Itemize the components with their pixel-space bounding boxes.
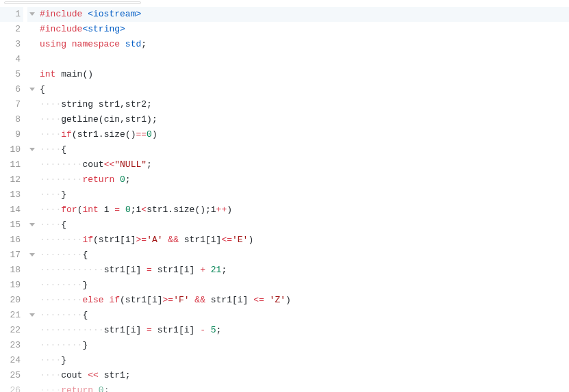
line-number[interactable]: 24: [0, 353, 23, 368]
code-token: str1: [211, 295, 232, 305]
code-token: ,: [120, 99, 125, 109]
code-line[interactable]: ····if(str1.size()==0): [40, 127, 569, 142]
chevron-down-icon: [29, 12, 35, 16]
line-number[interactable]: 14: [0, 202, 23, 218]
fold-toggle[interactable]: [27, 7, 37, 22]
line-number[interactable]: 5: [0, 67, 23, 82]
code-line[interactable]: #include <iostream>: [37, 7, 569, 22]
fold-gutter[interactable]: [27, 7, 37, 392]
line-number[interactable]: 13: [0, 187, 23, 202]
fold-gutter-blank: [27, 323, 37, 338]
indent-guide: ····: [40, 250, 61, 260]
fold-gutter-blank: [27, 368, 37, 383]
toolbar-placeholder: [4, 1, 141, 4]
line-number[interactable]: 21: [0, 308, 23, 323]
line-number[interactable]: 26: [0, 383, 23, 392]
line-number[interactable]: 11: [0, 157, 23, 172]
code-line[interactable]: ····string str1,str2;: [40, 97, 569, 112]
code-token: str1: [184, 235, 205, 245]
fold-gutter-blank: [27, 353, 37, 368]
line-number[interactable]: 6: [0, 82, 23, 97]
code-token: }: [82, 340, 88, 350]
fold-gutter-blank: [27, 22, 37, 37]
code-line[interactable]: ····{: [40, 218, 569, 233]
fold-gutter-blank: [27, 278, 37, 293]
code-line[interactable]: ····{: [40, 142, 569, 157]
line-number[interactable]: 25: [0, 368, 23, 383]
code-token: getline: [61, 114, 99, 125]
code-token: i: [211, 235, 216, 245]
line-number[interactable]: 2: [0, 22, 23, 37]
fold-toggle[interactable]: [27, 218, 37, 233]
line-number[interactable]: 4: [0, 52, 23, 67]
code-token: 21: [211, 265, 222, 275]
indent-guide: ····: [40, 295, 61, 305]
code-editor[interactable]: 1234567891011121314151617181920212223242…: [0, 7, 569, 392]
line-number-gutter[interactable]: 1234567891011121314151617181920212223242…: [0, 7, 27, 392]
line-number[interactable]: 12: [0, 172, 23, 187]
indent-guide: ····: [40, 280, 61, 290]
fold-gutter-blank: [27, 37, 37, 52]
code-token: }: [61, 355, 66, 365]
fold-toggle[interactable]: [27, 82, 37, 97]
line-number[interactable]: 17: [0, 248, 23, 263]
fold-gutter-blank: [27, 187, 37, 202]
code-line[interactable]: ····getline(cin,str1);: [40, 112, 569, 127]
code-line[interactable]: ····for(int i = 0;i<str1.size();i++): [40, 202, 569, 218]
code-token: <=: [221, 235, 232, 245]
indent-guide: ····: [82, 265, 103, 275]
code-line[interactable]: #include<string>: [40, 22, 569, 37]
code-line[interactable]: ········{: [40, 248, 569, 263]
code-line[interactable]: ········cout<<"NULL";: [40, 157, 569, 172]
code-token: ): [248, 235, 253, 245]
code-line[interactable]: ············str1[i] = str1[i] + 21;: [40, 263, 569, 278]
fold-toggle[interactable]: [27, 308, 37, 323]
code-line[interactable]: ········else if(str1[i]>='F' && str1[i] …: [40, 293, 569, 308]
line-number[interactable]: 15: [0, 218, 23, 233]
line-number[interactable]: 1: [0, 7, 23, 22]
code-token: return: [61, 385, 99, 392]
code-line[interactable]: ········return 0;: [40, 172, 569, 187]
code-token: i: [131, 325, 136, 335]
chevron-down-icon: [29, 253, 35, 257]
fold-gutter-blank: [27, 157, 37, 172]
line-number[interactable]: 9: [0, 127, 23, 142]
code-line[interactable]: ····return 0;: [40, 383, 569, 392]
code-line[interactable]: ········}: [40, 278, 569, 293]
fold-toggle[interactable]: [27, 142, 37, 157]
code-line[interactable]: using namespace std;: [40, 37, 569, 52]
fold-gutter-blank: [27, 338, 37, 353]
line-number[interactable]: 8: [0, 112, 23, 127]
indent-guide: ····: [61, 310, 82, 320]
code-line[interactable]: ············str1[i] = str1[i] - 5;: [40, 323, 569, 338]
line-number[interactable]: 19: [0, 278, 23, 293]
code-token: <=: [253, 295, 269, 305]
code-line[interactable]: int main(): [40, 67, 569, 82]
code-token: -: [200, 325, 211, 335]
line-number[interactable]: 20: [0, 293, 23, 308]
code-content[interactable]: #include <iostream>#include<string>using…: [37, 7, 569, 392]
code-line[interactable]: ····cout << str1;: [40, 368, 569, 383]
code-line[interactable]: ········if(str1[i]>='A' && str1[i]<='E'): [40, 233, 569, 248]
indent-guide: ····: [40, 340, 61, 350]
code-token: [: [232, 295, 238, 305]
fold-toggle[interactable]: [27, 248, 37, 263]
code-line[interactable]: ········}: [40, 338, 569, 353]
line-number[interactable]: 10: [0, 142, 23, 157]
line-number[interactable]: 7: [0, 97, 23, 112]
code-line[interactable]: {: [40, 82, 569, 97]
indent-guide: ····: [40, 385, 61, 392]
line-number[interactable]: 16: [0, 233, 23, 248]
code-line[interactable]: ····}: [40, 353, 569, 368]
line-number[interactable]: 18: [0, 263, 23, 278]
line-number[interactable]: 22: [0, 323, 23, 338]
line-number[interactable]: 3: [0, 37, 23, 52]
code-token: {: [61, 220, 66, 230]
code-token: size: [104, 129, 125, 140]
code-token: int: [40, 69, 61, 79]
code-line[interactable]: ····}: [40, 187, 569, 202]
code-token: ): [227, 205, 232, 215]
line-number[interactable]: 23: [0, 338, 23, 353]
code-line[interactable]: [40, 52, 569, 67]
code-line[interactable]: ········{: [40, 308, 569, 323]
